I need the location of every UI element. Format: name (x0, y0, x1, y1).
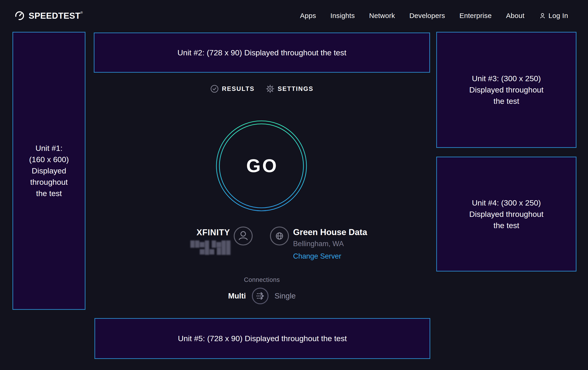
ad-unit-3-text: Unit #3: (300 x 250) Displayed throughou… (469, 73, 543, 107)
connections-single-option[interactable]: Single (275, 291, 296, 300)
ad-unit-5[interactable]: Unit #5: (728 x 90) Displayed throughout… (94, 318, 430, 359)
server-location: Bellingham, WA (293, 240, 367, 248)
nav-item-network[interactable]: Network (369, 12, 395, 20)
person-circle-icon (233, 226, 253, 246)
top-nav: Apps Insights Network Developers Enterpr… (300, 9, 568, 22)
ad-unit-5-text: Unit #5: (728 x 90) Displayed throughout… (178, 333, 347, 344)
connections-toggle-row: Multi Single (228, 287, 296, 305)
nav-item-about[interactable]: About (506, 12, 525, 20)
server-info: Green House Data Bellingham, WA Change S… (293, 227, 367, 261)
globe-circle-icon (270, 226, 289, 246)
logo-text: SPEEDTEST® (29, 11, 83, 21)
go-label: GO (245, 155, 278, 177)
nav-item-developers[interactable]: Developers (409, 12, 445, 20)
nav-item-apps[interactable]: Apps (300, 12, 316, 20)
ad-unit-2-text: Unit #2: (728 x 90) Displayed throughout… (177, 47, 346, 58)
settings-label: SETTINGS (278, 85, 313, 92)
go-button[interactable]: GO (213, 117, 310, 214)
speedtest-logo[interactable]: SPEEDTEST® (14, 9, 83, 22)
login-button[interactable]: Log In (539, 12, 568, 20)
nav-item-enterprise[interactable]: Enterprise (459, 12, 492, 20)
header: SPEEDTEST® Apps Insights Network Develop… (0, 0, 588, 31)
tab-settings[interactable]: SETTINGS (266, 84, 313, 93)
speedtest-page: { "brand": { "name": "SPEEDTEST", "trade… (0, 0, 588, 370)
gear-icon (266, 84, 274, 93)
nav-item-insights[interactable]: Insights (330, 12, 355, 20)
tab-results[interactable]: RESULTS (210, 85, 255, 93)
login-label: Log In (548, 12, 568, 20)
change-server-link[interactable]: Change Server (293, 252, 367, 261)
connections-label: Connections (244, 276, 280, 283)
ad-unit-4[interactable]: Unit #4: (300 x 250) Displayed throughou… (436, 157, 577, 271)
isp-host-redacted: ██▆█ █▆██ ▆█▆ ███ (180, 240, 231, 255)
connections-multi-option[interactable]: Multi (228, 291, 246, 300)
trademark-mark: ® (81, 11, 83, 14)
results-label: RESULTS (222, 85, 255, 92)
ad-unit-1[interactable]: Unit #1: (160 x 600) Displayed throughou… (12, 32, 85, 310)
ad-unit-3[interactable]: Unit #3: (300 x 250) Displayed throughou… (436, 32, 577, 148)
person-icon (539, 12, 546, 19)
ad-unit-2[interactable]: Unit #2: (728 x 90) Displayed throughout… (94, 32, 430, 73)
gauge-icon (14, 10, 25, 21)
ad-unit-4-text: Unit #4: (300 x 250) Displayed throughou… (469, 197, 543, 231)
server-name: Green House Data (293, 227, 367, 237)
ad-unit-1-text: Unit #1: (160 x 600) Displayed throughou… (29, 142, 69, 199)
check-circle-icon (210, 85, 219, 93)
view-tabs: RESULTS SETTINGS (210, 83, 314, 94)
isp-name: XFINITY (148, 228, 230, 237)
multi-arrows-icon[interactable] (252, 287, 269, 305)
